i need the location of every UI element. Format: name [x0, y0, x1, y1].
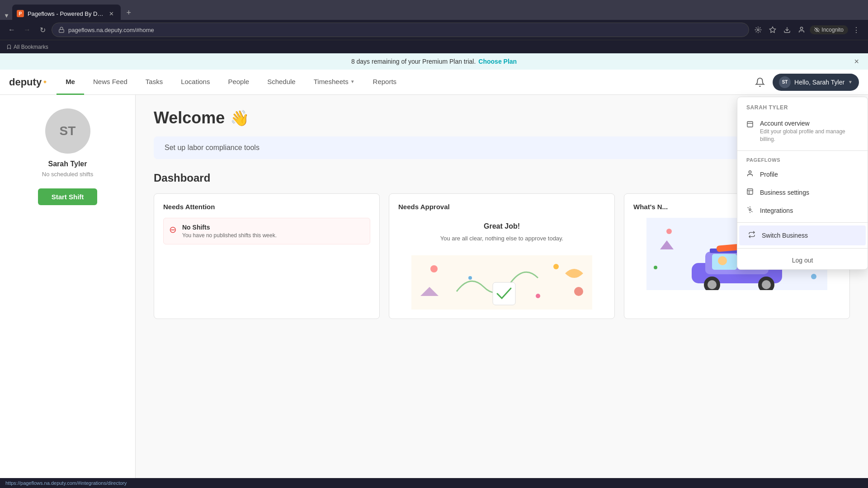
user-greeting: Hello, Sarah Tyler	[794, 79, 844, 86]
nav-item-locations-label: Locations	[181, 78, 210, 85]
user-avatar: ST	[779, 76, 791, 88]
reload-button[interactable]: ↻	[36, 23, 49, 36]
choose-plan-link[interactable]: Choose Plan	[478, 58, 517, 65]
switch-business-icon	[748, 231, 756, 240]
app-container: 8 days remaining of your Premium Plan tr…	[0, 53, 868, 488]
svg-marker-2	[770, 27, 776, 33]
dropdown-header: SARAH TYLER	[737, 97, 868, 115]
business-settings-icon	[746, 188, 755, 197]
needs-attention-title: Needs Attention	[163, 203, 370, 211]
needs-approval-title: Needs Approval	[398, 203, 605, 211]
nav-item-people[interactable]: People	[219, 70, 258, 95]
nav-items: Me News Feed Tasks Locations People Sche…	[57, 70, 752, 94]
svg-point-9	[553, 264, 559, 269]
nav-item-reports-label: Reports	[373, 78, 397, 85]
download-button[interactable]	[781, 23, 793, 36]
svg-point-13	[536, 294, 540, 298]
bookmarks-bar: All Bookmarks	[0, 40, 868, 53]
bookmarks-label: All Bookmarks	[14, 44, 48, 50]
browser-nav-bar: ← → ↻ pageflows.na.deputy.com/#home Inco…	[0, 20, 868, 40]
forward-button[interactable]: →	[21, 23, 33, 36]
nav-item-newsfeed[interactable]: News Feed	[84, 70, 137, 95]
integrations-label: Integrations	[760, 207, 793, 214]
logout-item[interactable]: Log out	[737, 251, 868, 269]
account-overview-label: Account overview	[760, 120, 859, 127]
great-job-section: Great Job! You are all clear, nothing el…	[398, 218, 605, 248]
timesheets-chevron-icon: ▼	[350, 79, 355, 84]
tab-title: Pageflows - Powered By Deput	[28, 10, 104, 17]
no-shifts-label: No Shifts	[182, 224, 277, 231]
sidebar: ST Sarah Tyler No scheduled shifts Start…	[0, 95, 136, 488]
svg-point-20	[762, 280, 771, 289]
dropdown-section-label: PAGEFLOWS	[737, 154, 868, 165]
status-bar: https://pageflows.na.deputy.com/#integra…	[0, 478, 868, 488]
svg-point-8	[430, 265, 438, 272]
banner-text: 8 days remaining of your Premium Plan tr…	[351, 58, 476, 65]
address-bar[interactable]: pageflows.na.deputy.com/#home	[52, 23, 749, 37]
bookmark-button[interactable]	[766, 23, 779, 36]
compliance-text: Set up labor compliance tools	[165, 144, 259, 151]
great-job-text: You are all clear, nothing else to appro…	[398, 234, 605, 244]
menu-button[interactable]: ⋮	[850, 23, 863, 36]
nav-item-reports[interactable]: Reports	[364, 70, 406, 95]
nav-item-tasks-label: Tasks	[146, 78, 163, 85]
switch-business-item[interactable]: Switch Business	[739, 225, 866, 245]
logo-text: deputy	[9, 76, 42, 88]
logo[interactable]: deputy ✦	[9, 76, 47, 88]
account-overview-icon	[746, 121, 755, 130]
integrations-item[interactable]: Integrations	[737, 202, 868, 220]
browser-tab-bar: ▼ P Pageflows - Powered By Deput ✕ +	[0, 0, 868, 20]
account-overview-item[interactable]: Account overview Edit your global profil…	[737, 115, 868, 148]
extensions-button[interactable]	[752, 23, 764, 36]
svg-point-30	[654, 266, 657, 269]
notification-bell-button[interactable]	[752, 74, 768, 90]
wave-emoji: 👋	[230, 109, 249, 127]
svg-point-4	[801, 27, 803, 29]
sidebar-user-name: Sarah Tyler	[48, 160, 87, 168]
bookmarks-all[interactable]: All Bookmarks	[6, 44, 48, 50]
back-button[interactable]: ←	[5, 23, 18, 36]
new-tab-button[interactable]: +	[123, 6, 135, 19]
svg-point-10	[574, 287, 583, 296]
nav-item-timesheets[interactable]: Timesheets ▼	[305, 70, 364, 95]
profile-icon	[746, 170, 755, 179]
start-shift-button[interactable]: Start Shift	[38, 188, 98, 205]
account-overview-content: Account overview Edit your global profil…	[760, 120, 859, 143]
svg-point-1	[757, 29, 759, 31]
tab-close-button[interactable]: ✕	[108, 10, 115, 17]
profile-item[interactable]: Profile	[737, 165, 868, 183]
profile-button[interactable]	[795, 23, 808, 36]
business-settings-label: Business settings	[760, 189, 809, 196]
welcome-text: Welcome	[154, 108, 225, 127]
address-text: pageflows.na.deputy.com/#home	[68, 27, 154, 33]
trial-banner: 8 days remaining of your Premium Plan tr…	[0, 53, 868, 70]
business-settings-item[interactable]: Business settings	[737, 183, 868, 202]
top-nav: deputy ✦ Me News Feed Tasks Locations Pe…	[0, 70, 868, 95]
nav-right: ST Hello, Sarah Tyler ▼	[752, 74, 859, 91]
svg-rect-11	[493, 282, 515, 305]
user-menu-button[interactable]: ST Hello, Sarah Tyler ▼	[773, 74, 859, 91]
active-tab[interactable]: P Pageflows - Powered By Deput ✕	[12, 5, 121, 20]
svg-point-25	[718, 256, 727, 265]
nav-item-me[interactable]: Me	[57, 70, 84, 95]
nav-item-locations[interactable]: Locations	[172, 70, 219, 95]
nav-item-tasks[interactable]: Tasks	[137, 70, 172, 95]
user-dropdown: SARAH TYLER Account overview Edit your g…	[737, 97, 868, 270]
user-chevron-icon: ▼	[848, 80, 853, 84]
lock-icon	[58, 27, 65, 33]
dropdown-divider-3	[737, 248, 868, 249]
nav-item-schedule[interactable]: Schedule	[258, 70, 305, 95]
browser-chrome: ▼ P Pageflows - Powered By Deput ✕ + ← →…	[0, 0, 868, 53]
sidebar-shift-status: No scheduled shifts	[42, 171, 93, 178]
svg-rect-0	[59, 29, 64, 32]
logout-label: Log out	[746, 257, 859, 264]
banner-close-button[interactable]: ×	[854, 57, 859, 66]
switch-business-label: Switch Business	[762, 232, 808, 239]
approval-illustration	[398, 255, 605, 310]
nav-item-timesheets-label: Timesheets	[314, 78, 349, 85]
svg-rect-32	[747, 122, 753, 127]
tab-stack-button[interactable]: ▼	[4, 12, 9, 19]
svg-point-31	[811, 274, 816, 279]
dropdown-username: SARAH TYLER	[746, 104, 859, 111]
dropdown-divider-2	[737, 222, 868, 223]
